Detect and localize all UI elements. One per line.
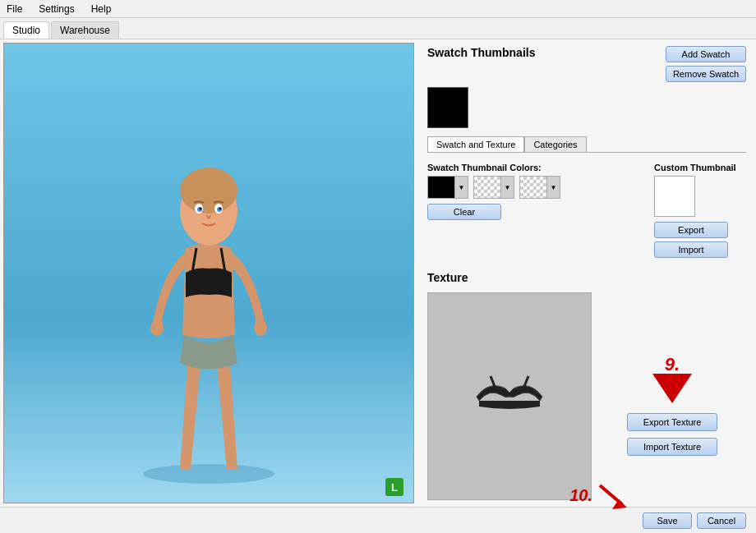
- inner-tabs: Swatch and Texture Categories: [427, 136, 746, 153]
- svg-point-12: [200, 208, 202, 210]
- svg-point-0: [143, 464, 274, 484]
- l-badge: L: [385, 478, 403, 496]
- tab-warehouse[interactable]: Warehouse: [51, 21, 119, 39]
- swatch-action-buttons: Add Swatch Remove Swatch: [666, 46, 746, 82]
- inner-tab-categories[interactable]: Categories: [524, 136, 586, 152]
- annotation-10-arrow: [596, 481, 629, 510]
- viewer-panel: L: [3, 43, 414, 503]
- color-swatch-checker-1: [474, 177, 500, 198]
- color-dropdown-1[interactable]: ▼: [454, 177, 468, 198]
- texture-section: 9. Export Texture Import Texture: [427, 292, 746, 500]
- texture-title: Texture: [427, 271, 746, 284]
- swatch-color-label: Swatch Thumbnail Colors:: [427, 163, 648, 172]
- red-arrow-down: [652, 374, 692, 403]
- texture-preview: [427, 292, 592, 500]
- swatch-thumbnails-title: Swatch Thumbnails: [427, 46, 535, 59]
- color-swatch-black: [428, 177, 454, 198]
- color-swatch-checker-2: [520, 177, 546, 198]
- color-picker-3[interactable]: ▼: [519, 176, 560, 199]
- import-texture-button[interactable]: Import Texture: [627, 438, 717, 456]
- svg-point-3: [150, 319, 164, 336]
- custom-thumbnail-panel: Custom Thumbnail Export Import: [648, 163, 746, 258]
- clear-button[interactable]: Clear: [427, 204, 501, 220]
- swatch-texture-row: Swatch Thumbnail Colors: ▼ ▼: [427, 163, 746, 258]
- save-button[interactable]: Save: [643, 512, 692, 529]
- custom-import-button[interactable]: Import: [654, 241, 728, 258]
- annotation-9: 9.: [652, 354, 692, 403]
- add-swatch-button[interactable]: Add Swatch: [666, 46, 746, 62]
- svg-point-7: [180, 168, 237, 214]
- color-picker-2[interactable]: ▼: [473, 176, 514, 199]
- tab-bar: Studio Warehouse: [0, 18, 756, 39]
- custom-thumbnail-label: Custom Thumbnail: [654, 163, 736, 172]
- menu-file[interactable]: File: [3, 2, 25, 16]
- bottom-bar: 10. Save Cancel: [0, 507, 756, 533]
- main-container: L Swatch Thumbnails Add Swatch Remove Sw…: [0, 39, 756, 507]
- color-dropdown-2[interactable]: ▼: [500, 177, 514, 198]
- color-dropdown-3[interactable]: ▼: [546, 177, 560, 198]
- export-texture-button[interactable]: Export Texture: [627, 413, 717, 431]
- texture-bra-icon: [472, 372, 546, 421]
- annotation-10: 10.: [569, 481, 629, 510]
- annotation-9-label: 9.: [665, 354, 680, 375]
- remove-swatch-button[interactable]: Remove Swatch: [666, 66, 746, 82]
- menu-settings[interactable]: Settings: [35, 2, 77, 16]
- viewer-background: L: [4, 44, 413, 503]
- swatch-preview-area: [427, 87, 746, 128]
- menu-bar: File Settings Help: [0, 0, 756, 18]
- color-picker-1[interactable]: ▼: [427, 176, 468, 199]
- svg-point-13: [219, 208, 222, 210]
- texture-right-panel: 9. Export Texture Import Texture: [598, 292, 746, 500]
- inner-tab-swatch-texture[interactable]: Swatch and Texture: [427, 136, 524, 152]
- tab-studio[interactable]: Studio: [3, 21, 49, 39]
- custom-thumbnail-preview: [654, 176, 695, 217]
- right-panel: Swatch Thumbnails Add Swatch Remove Swat…: [417, 39, 756, 507]
- character-model: [94, 108, 324, 486]
- svg-point-4: [254, 319, 267, 336]
- menu-help[interactable]: Help: [88, 2, 115, 16]
- swatch-color-preview: [427, 87, 468, 128]
- color-pickers-row: ▼ ▼ ▼: [427, 176, 648, 199]
- custom-export-button[interactable]: Export: [654, 222, 728, 238]
- swatch-texture-content: Swatch Thumbnail Colors: ▼ ▼: [427, 158, 746, 263]
- clear-btn-wrapper: Clear: [427, 204, 648, 220]
- cancel-button[interactable]: Cancel: [697, 512, 746, 529]
- left-swatch-area: Swatch Thumbnail Colors: ▼ ▼: [427, 163, 648, 258]
- annotation-10-label: 10.: [569, 486, 592, 505]
